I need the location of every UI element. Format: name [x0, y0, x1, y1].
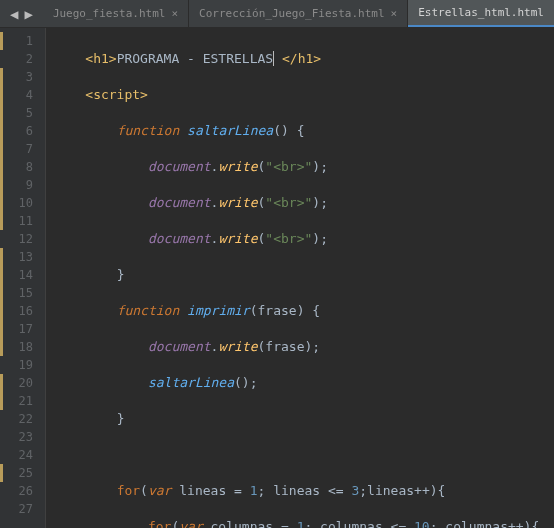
line-number: 1 — [0, 32, 45, 50]
line-number: 19 — [0, 356, 45, 374]
line-number: 4 — [0, 86, 45, 104]
line-number: 11 — [0, 212, 45, 230]
code-area[interactable]: <h1>PROGRAMA - ESTRELLAS </h1> <script> … — [46, 28, 554, 528]
tab-label: Corrección_Juego_Fiesta.html — [199, 7, 384, 20]
line-number: 18 — [0, 338, 45, 356]
nav-forward-icon[interactable]: ▶ — [22, 6, 34, 22]
gutter: 1234567891011121314151617181920212223242… — [0, 28, 46, 528]
line-number: 8 — [0, 158, 45, 176]
tab-estrellas[interactable]: Estrellas_html.html — [408, 0, 554, 27]
tab-label: Juego_fiesta.html — [53, 7, 166, 20]
tab-correccion[interactable]: Corrección_Juego_Fiesta.html × — [189, 0, 408, 27]
line-number: 23 — [0, 428, 45, 446]
line-number: 10 — [0, 194, 45, 212]
line-number: 21 — [0, 392, 45, 410]
nav-back-icon[interactable]: ◀ — [8, 6, 20, 22]
close-icon[interactable]: × — [391, 7, 398, 20]
close-icon[interactable]: × — [171, 7, 178, 20]
tab-juego-fiesta[interactable]: Juego_fiesta.html × — [43, 0, 189, 27]
line-number: 16 — [0, 302, 45, 320]
line-number: 27 — [0, 500, 45, 518]
line-number: 12 — [0, 230, 45, 248]
line-number: 17 — [0, 320, 45, 338]
line-number: 24 — [0, 446, 45, 464]
line-number: 13 — [0, 248, 45, 266]
line-number: 22 — [0, 410, 45, 428]
line-number: 25 — [0, 464, 45, 482]
line-number: 9 — [0, 176, 45, 194]
line-number: 14 — [0, 266, 45, 284]
line-number: 15 — [0, 284, 45, 302]
top-bar: ◀ ▶ Juego_fiesta.html × Corrección_Juego… — [0, 0, 554, 28]
line-number: 2 — [0, 50, 45, 68]
nav-arrows: ◀ ▶ — [0, 6, 43, 22]
line-number: 26 — [0, 482, 45, 500]
tab-label: Estrellas_html.html — [418, 6, 544, 19]
line-number: 6 — [0, 122, 45, 140]
line-number: 7 — [0, 140, 45, 158]
line-number: 5 — [0, 104, 45, 122]
tabs: Juego_fiesta.html × Corrección_Juego_Fie… — [43, 0, 554, 27]
line-number: 3 — [0, 68, 45, 86]
editor-area: 1234567891011121314151617181920212223242… — [0, 28, 554, 528]
line-number: 20 — [0, 374, 45, 392]
